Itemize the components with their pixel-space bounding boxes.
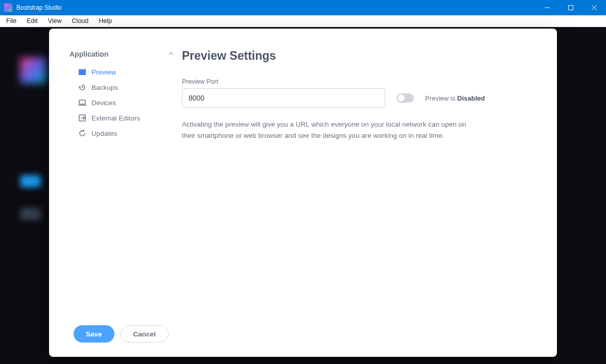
sidebar-item-external-editors[interactable]: External Editors: [69, 110, 174, 126]
sidebar-item-label: External Editors: [91, 114, 140, 122]
clapperboard-icon: [78, 68, 86, 76]
sidebar-item-backups[interactable]: Backups: [69, 80, 174, 95]
window-controls: [535, 0, 606, 15]
svg-rect-9: [79, 100, 85, 104]
maximize-button[interactable]: [559, 0, 582, 15]
sidebar-section-application[interactable]: Application: [69, 49, 174, 59]
settings-content: Preview Settings Preview Port Preview is…: [179, 49, 537, 307]
background-app-logo: [20, 58, 46, 83]
preview-toggle[interactable]: [397, 93, 414, 103]
background-shape: [20, 175, 41, 187]
close-button[interactable]: [582, 0, 606, 15]
preview-port-label: Preview Port: [182, 78, 537, 85]
save-button[interactable]: Save: [74, 325, 114, 343]
settings-sidebar: Application Preview Backups: [69, 49, 179, 307]
sidebar-item-preview[interactable]: Preview: [69, 64, 174, 80]
sidebar-item-updates[interactable]: Updates: [69, 126, 174, 141]
window-title: Bootstrap Studio: [16, 4, 62, 11]
titlebar: Bootstrap Studio: [0, 0, 606, 15]
preview-help-text: Activating the preview will give you a U…: [182, 119, 468, 141]
history-icon: [78, 83, 86, 91]
background-shape: [20, 208, 41, 220]
sidebar-section-title: Application: [69, 50, 108, 58]
svg-rect-4: [79, 70, 86, 75]
svg-rect-1: [569, 6, 573, 10]
cancel-button[interactable]: Cancel: [121, 325, 169, 343]
menu-help[interactable]: Help: [94, 16, 117, 26]
menu-edit[interactable]: Edit: [21, 16, 43, 26]
sidebar-item-devices[interactable]: Devices: [69, 95, 174, 110]
menu-file[interactable]: File: [1, 16, 21, 26]
export-icon: [78, 114, 86, 122]
sidebar-item-label: Updates: [91, 130, 117, 137]
preview-toggle-label: Preview is Disabled: [425, 94, 485, 102]
refresh-icon: [78, 129, 86, 137]
menu-view[interactable]: View: [43, 16, 67, 26]
sidebar-item-label: Preview: [91, 68, 116, 76]
preview-port-input[interactable]: [182, 88, 385, 108]
minimize-button[interactable]: [535, 0, 559, 15]
settings-dialog: Application Preview Backups: [49, 29, 557, 357]
workspace: Application Preview Backups: [0, 27, 606, 364]
laptop-icon: [78, 99, 86, 107]
chevron-up-icon: [168, 51, 174, 58]
sidebar-item-label: Backups: [91, 84, 118, 91]
menubar: File Edit View Cloud Help: [0, 15, 606, 27]
app-icon: [4, 4, 12, 12]
page-title: Preview Settings: [182, 49, 537, 63]
menu-cloud[interactable]: Cloud: [67, 16, 94, 26]
sidebar-item-label: Devices: [91, 99, 116, 107]
dialog-footer: Save Cancel: [49, 318, 557, 357]
